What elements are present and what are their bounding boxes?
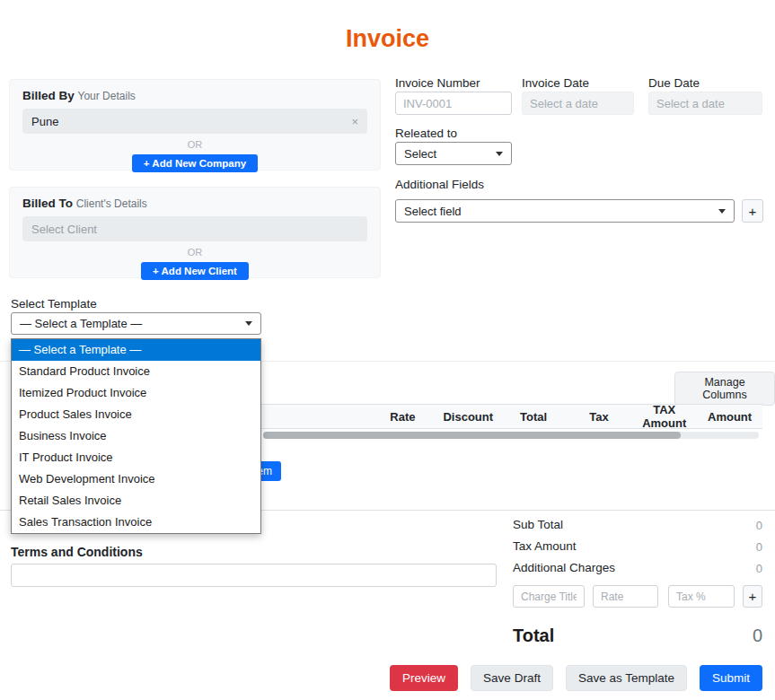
billed-to-subtitle: Client's Details [76, 197, 147, 210]
billed-to-title: Billed To Client's Details [22, 197, 367, 210]
billed-by-card: Billed By Your Details Pune × OR + Add N… [9, 79, 381, 171]
additional-fields-select[interactable]: Select field [395, 199, 735, 223]
company-input-value: Pune [31, 115, 58, 128]
add-new-company-button[interactable]: + Add New Company [132, 154, 258, 172]
additional-fields-label: Additional Fields [395, 178, 484, 191]
header-cell-rate: Rate [370, 410, 436, 424]
billed-by-title: Billed By Your Details [22, 89, 367, 102]
terms-input[interactable] [11, 564, 497, 587]
horizontal-scrollbar[interactable] [263, 432, 759, 439]
template-option[interactable]: Web Development Invoice [12, 468, 260, 490]
add-charge-button[interactable]: + [743, 585, 762, 608]
submit-button[interactable]: Submit [700, 665, 762, 691]
related-to-label: Releated to [395, 127, 457, 140]
save-as-template-button[interactable]: Save as Template [566, 665, 687, 691]
invoice-date-label: Invoice Date [522, 76, 589, 90]
clear-icon[interactable]: × [351, 115, 358, 128]
template-select[interactable]: — Select a Template — [11, 312, 261, 335]
additional-charges-label: Additional Charges [513, 561, 615, 574]
manage-columns-button[interactable]: Manage Columns [674, 372, 775, 406]
invoice-number-label: Invoice Number [395, 76, 480, 90]
template-option[interactable]: Standard Product Invoice [12, 361, 260, 382]
scrollbar-thumb[interactable] [263, 432, 681, 439]
header-cell-discount: Discount [436, 410, 501, 424]
charge-tax-input[interactable] [668, 585, 735, 608]
template-dropdown: — Select a Template — Standard Product I… [11, 338, 261, 534]
billed-to-card: Billed To Client's Details Select Client… [9, 187, 381, 278]
subtotal-label: Sub Total [513, 518, 563, 531]
tax-amount-value: 0 [756, 540, 762, 554]
header-cell-amount: Amount [697, 410, 762, 424]
or-separator: OR [22, 247, 367, 258]
additional-charges-value: 0 [756, 562, 762, 575]
template-selected-value: — Select a Template — [20, 317, 142, 330]
template-option[interactable]: Retail Sales Invoice [12, 490, 260, 512]
header-cell-total: Total [501, 410, 567, 424]
preview-button[interactable]: Preview [390, 665, 458, 691]
subtotal-value: 0 [756, 519, 762, 532]
charge-title-input[interactable] [513, 585, 585, 608]
due-date-label: Due Date [648, 76, 700, 90]
chevron-down-icon [496, 152, 503, 156]
total-value: 0 [753, 626, 762, 646]
terms-label: Terms and Conditions [11, 545, 143, 559]
billed-by-title-bold: Billed By [22, 89, 75, 102]
template-option[interactable]: Business Invoice [12, 425, 260, 447]
client-select-placeholder: Select Client [31, 223, 97, 236]
footer-actions: Preview Save Draft Save as Template Subm… [390, 665, 762, 691]
save-draft-button[interactable]: Save Draft [471, 665, 553, 691]
add-new-client-button[interactable]: + Add New Client [141, 262, 249, 280]
template-option[interactable]: Product Sales Invoice [12, 404, 260, 425]
header-cell-tax-amount: TAX Amount [631, 403, 697, 430]
chevron-down-icon [718, 209, 726, 214]
header-cell-tax: Tax [566, 410, 631, 424]
related-to-select[interactable]: Select [395, 142, 512, 165]
select-template-label: Select Template [11, 297, 97, 311]
tax-amount-label: Tax Amount [513, 539, 577, 553]
or-separator: OR [22, 139, 367, 150]
invoice-number-input[interactable] [395, 92, 512, 115]
template-option[interactable]: Sales Transaction Invoice [12, 512, 260, 533]
billed-by-subtitle: Your Details [78, 90, 136, 102]
template-option[interactable]: — Select a Template — [12, 339, 260, 361]
charge-rate-input[interactable] [593, 585, 658, 608]
related-to-selected-value: Select [404, 147, 436, 161]
client-select-input[interactable]: Select Client [22, 216, 367, 241]
invoice-date-input[interactable] [522, 92, 634, 115]
add-field-button[interactable]: + [742, 199, 763, 223]
template-option[interactable]: Itemized Product Invoice [12, 382, 260, 404]
additional-fields-selected-value: Select field [404, 205, 462, 218]
template-option[interactable]: IT Product Invoice [12, 447, 260, 468]
billed-to-title-bold: Billed To [22, 197, 73, 210]
company-input[interactable]: Pune × [22, 109, 367, 134]
due-date-input[interactable] [648, 92, 762, 115]
page-title: Invoice [0, 25, 775, 53]
total-label: Total [513, 626, 554, 646]
chevron-down-icon [245, 321, 252, 326]
